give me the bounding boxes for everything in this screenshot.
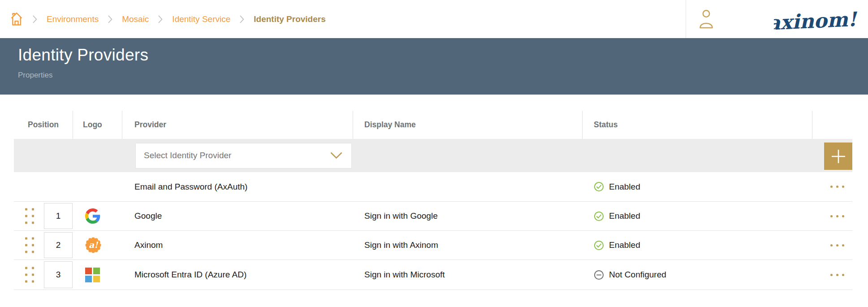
identity-providers-table: Position Logo Provider Display Name Stat… (14, 111, 852, 290)
status-enabled-icon (594, 211, 604, 221)
display-name-cell: Sign in with Axinom (353, 231, 583, 259)
axinom-logo-icon: a! (85, 237, 101, 253)
provider-cell: Axinom (122, 231, 353, 259)
column-header-display-name: Display Name (353, 111, 583, 139)
chevron-down-icon (330, 152, 342, 159)
page-subtitle: Properties (18, 71, 868, 80)
display-name: Sign in with Google (364, 211, 438, 221)
provider-name: Axinom (134, 240, 163, 250)
axinom-brand-logo[interactable]: axinom! axinom! (774, 5, 859, 33)
provider-row-microsoft[interactable]: 3 Microsoft Entra ID (Azure AD) Sign in … (14, 260, 852, 290)
row-menu-ellipsis-icon[interactable] (830, 181, 844, 192)
status-enabled-icon (594, 182, 604, 192)
provider-name: Email and Password (AxAuth) (134, 182, 247, 192)
position-cell: 1 (14, 202, 73, 230)
svg-text:axinom!: axinom! (774, 8, 858, 33)
breadcrumb-current-identity-providers: Identity Providers (254, 14, 326, 24)
breadcrumb-environments[interactable]: Environments (47, 14, 99, 24)
column-header-provider: Provider (122, 111, 353, 139)
provider-name: Google (134, 211, 162, 221)
breadcrumb-identity-service[interactable]: Identity Service (172, 14, 230, 24)
provider-name: Microsoft Entra ID (Azure AD) (134, 270, 246, 280)
svg-text:a!: a! (89, 240, 99, 250)
status-badge: Enabled (609, 182, 640, 192)
logo-cell (73, 172, 122, 201)
column-header-status: Status (583, 111, 812, 139)
position-cell: 2 (14, 231, 73, 259)
status-badge: Enabled (609, 211, 640, 221)
column-header-logo: Logo (73, 111, 122, 139)
actions-cell (812, 231, 852, 259)
provider-cell: Google (122, 202, 353, 230)
position-cell: 3 (14, 260, 73, 290)
drag-handle[interactable] (25, 238, 34, 253)
logo-cell: a! (73, 231, 122, 259)
google-logo-icon (85, 208, 100, 224)
identity-providers-page: Environments Mosaic Identity Service Ide… (0, 0, 868, 307)
status-cell: Not Configured (583, 260, 812, 290)
plus-icon (830, 148, 846, 164)
breadcrumb-mosaic[interactable]: Mosaic (122, 14, 149, 24)
position-input[interactable]: 3 (44, 261, 73, 288)
identity-provider-select[interactable]: Select Identity Provider (135, 143, 352, 169)
add-provider-row: Select Identity Provider (14, 139, 852, 172)
actions-cell (812, 172, 852, 201)
actions-cell (812, 202, 852, 230)
table-header-row: Position Logo Provider Display Name Stat… (14, 111, 852, 139)
breadcrumb-separator-icon (158, 15, 163, 23)
logo-cell (73, 202, 122, 230)
actions-cell (812, 260, 852, 290)
add-provider-button[interactable] (824, 143, 852, 170)
provider-cell: Email and Password (AxAuth) (122, 172, 353, 201)
position-input[interactable]: 2 (44, 232, 73, 258)
breadcrumb-separator-icon (33, 15, 37, 23)
status-not-configured-icon (594, 270, 604, 280)
logo-cell (73, 260, 122, 290)
status-enabled-icon (594, 240, 604, 251)
provider-cell: Microsoft Entra ID (Azure AD) (122, 260, 353, 290)
top-bar: Environments Mosaic Identity Service Ide… (0, 0, 868, 38)
user-account-icon[interactable] (698, 9, 714, 30)
home-icon[interactable] (10, 12, 23, 26)
status-badge: Enabled (609, 240, 640, 250)
display-name-cell: Sign in with Microsoft (353, 260, 583, 290)
breadcrumb: Environments Mosaic Identity Service Ide… (10, 0, 326, 38)
drag-handle[interactable] (25, 208, 34, 224)
status-badge: Not Configured (609, 270, 666, 280)
topbar-divider (686, 0, 686, 38)
page-title: Identity Providers (18, 45, 868, 65)
provider-row-google[interactable]: 1 Google Sign in with Google (14, 202, 852, 231)
display-name-cell: Sign in with Google (353, 202, 583, 230)
status-cell: Enabled (583, 202, 812, 230)
row-menu-ellipsis-icon[interactable] (830, 269, 844, 281)
row-menu-ellipsis-icon[interactable] (830, 211, 844, 222)
position-input[interactable]: 1 (44, 203, 73, 229)
breadcrumb-separator-icon (240, 15, 244, 23)
display-name: Sign in with Axinom (364, 240, 438, 250)
status-cell: Enabled (583, 172, 812, 201)
microsoft-logo-icon (85, 268, 100, 282)
column-header-position: Position (14, 111, 73, 139)
drag-handle[interactable] (25, 267, 34, 283)
row-menu-ellipsis-icon[interactable] (830, 240, 844, 251)
provider-row-axauth[interactable]: Email and Password (AxAuth) Enabled (14, 172, 852, 202)
column-header-actions (812, 111, 852, 139)
display-name: Sign in with Microsoft (364, 270, 445, 280)
page-header: Identity Providers Properties (0, 38, 868, 95)
provider-row-axinom[interactable]: 2 a! Axinom (14, 231, 852, 260)
status-cell: Enabled (583, 231, 812, 259)
select-placeholder: Select Identity Provider (144, 151, 231, 160)
position-cell (14, 172, 73, 201)
display-name-cell (353, 172, 583, 201)
breadcrumb-separator-icon (108, 15, 112, 23)
